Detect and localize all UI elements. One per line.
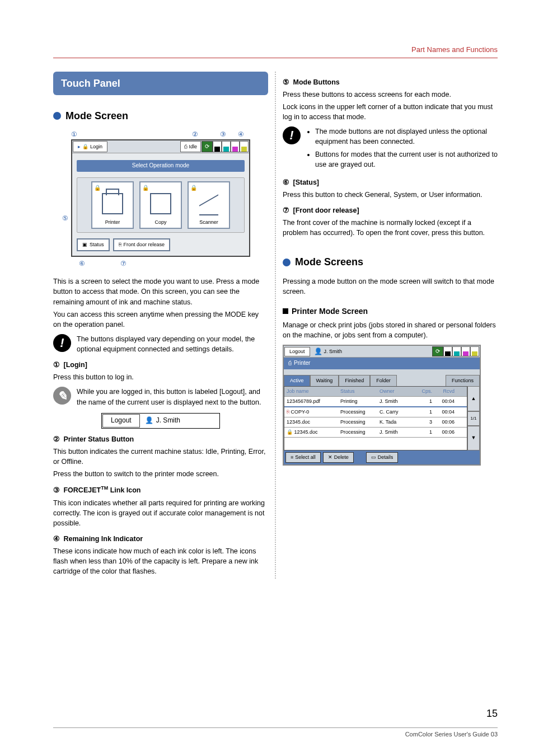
tab-active[interactable]: Active [284, 375, 310, 386]
door-icon: ⎘ [119, 241, 121, 248]
item-6-head: ⑥ [Status] [283, 177, 498, 187]
mode-screen-figure: ⑤ ① ② ③ ④ ▸ 🔒 Login [71, 130, 250, 269]
item-7-body: The front cover of the machine is normal… [283, 218, 498, 238]
tab-folder[interactable]: Folder [370, 375, 397, 386]
lock-icon: 🔒 [142, 184, 149, 192]
close-icon: ✕ [328, 454, 332, 461]
page-icon: ▭ [371, 454, 376, 461]
copy-mode-button[interactable]: 🔒 Copy [139, 181, 182, 229]
intro-para-2: You can access this screen anytime when … [53, 309, 268, 330]
user-icon: 👤 [145, 416, 153, 425]
note-model-dependent: ! The buttons displayed vary depending o… [53, 334, 268, 354]
tab-waiting[interactable]: Waiting [310, 375, 339, 386]
tip-logout: ✎ While you are logged in, this button i… [53, 387, 268, 407]
intro-para-1: This is a screen to select the mode you … [53, 276, 268, 307]
item-5-body-1: Press these buttons to access screens fo… [283, 90, 498, 100]
login-button[interactable]: ▸ 🔒 Login [73, 141, 107, 152]
item-4-body: These icons indicate how much of each in… [53, 546, 268, 576]
page-indicator: 1/1 [467, 411, 480, 426]
item-6-body: Press this button to check General, Syst… [283, 190, 498, 200]
printer-status-button[interactable]: ⎙ Idle [180, 141, 201, 152]
list-icon: ≡ [291, 454, 293, 461]
lock-icon: 🔒 [190, 184, 197, 192]
arrow-icon: ▸ [78, 143, 81, 151]
table-row[interactable]: 123456789.pdfPrintingJ. Smith100:04 [284, 397, 467, 407]
item-3-body: This icon indicates whether all parts re… [53, 498, 268, 528]
scroll-up-button[interactable]: ▲ [467, 386, 480, 411]
scanner-icon [199, 195, 218, 214]
user-icon: 👤 [314, 347, 322, 356]
caution-icon: ! [283, 126, 301, 144]
forcejet-link-icon: ⟳ [432, 346, 443, 356]
mode-screen-heading: Mode Screen [53, 109, 268, 123]
caution-icon: ! [53, 334, 71, 352]
lock-icon: 🔒 [82, 143, 88, 151]
table-row[interactable]: 12345.docProcessingK. Tada300:06 [284, 417, 467, 428]
ink-indicator [443, 346, 479, 356]
table-row[interactable]: 🔒 12345.docProcessingJ. Smith100:06 [284, 428, 467, 438]
page-number: 15 [486, 706, 498, 721]
ink-indicator [213, 141, 249, 152]
printer-mode-figure: Logout 👤 J. Smith ⟳ ⎙ [283, 345, 481, 466]
scroll-down-button[interactable]: ▼ [467, 426, 480, 451]
item-3-head: ③ FORCEJETTM Link Icon [53, 485, 268, 495]
item-5-head: ⑤ Mode Buttons [283, 77, 498, 87]
details-button[interactable]: ▭ Details [366, 452, 399, 463]
item-5-body-2: Lock icons in the upper left corner of a… [283, 102, 498, 122]
current-user: 👤 J. Smith [311, 347, 346, 356]
delete-button[interactable]: ✕ Delete [323, 452, 354, 463]
tab-functions[interactable]: Functions [446, 375, 480, 386]
table-row[interactable]: ⎘ COPY-0ProcessingC. Carry100:04 [284, 407, 467, 417]
item-2-body-2: Press the button to switch to the printe… [53, 469, 268, 479]
select-mode-title: Select Operation mode [77, 160, 245, 172]
tab-finished[interactable]: Finished [339, 375, 370, 386]
mode-screens-heading: Mode Screens [283, 255, 498, 269]
touch-panel-heading: Touch Panel [53, 72, 268, 95]
printer-mode-body: Manage or check print jobs (jobs stored … [283, 320, 498, 340]
logout-sample: Logout 👤 J. Smith [101, 413, 220, 429]
select-all-button[interactable]: ≡ Select all [285, 452, 321, 463]
item-1-head: ① [Login] [53, 360, 268, 370]
lock-icon: 🔒 [94, 184, 101, 192]
status-button[interactable]: ▣ Status [77, 238, 110, 251]
scanner-mode-button[interactable]: 🔒 Scanner [188, 181, 230, 229]
square-icon [283, 308, 288, 314]
printer-mode-heading: Printer Mode Screen [283, 306, 498, 317]
printer-mode-button[interactable]: 🔒 Printer [91, 181, 134, 229]
status-icon: ▣ [82, 241, 87, 248]
bullet-icon [53, 112, 61, 120]
copy-icon: ⎘ [287, 409, 289, 415]
forcejet-link-icon: ⟳ [202, 141, 213, 152]
logout-button[interactable]: Logout [284, 347, 310, 356]
item-2-head: ② Printer Status Button [53, 434, 268, 444]
footer-text: ComColor Series User's Guide 03 [53, 727, 498, 739]
tip-icon: ✎ [53, 387, 71, 405]
printer-icon: ⎙ [184, 143, 187, 151]
printer-icon [102, 193, 123, 214]
front-door-release-button[interactable]: ⎘ Front door release [113, 238, 171, 251]
current-user: 👤 J. Smith [140, 414, 180, 428]
item-1-body: Press this button to log in. [53, 372, 268, 382]
item-2-body-1: This button indicates the current machin… [53, 447, 268, 467]
table-head: Job name Status Owner Cps. Rcvd [284, 387, 467, 397]
note-mode-buttons: ! The mode buttons are not displayed unl… [283, 126, 498, 172]
item-4-head: ④ Remaining Ink Indicator [53, 534, 268, 544]
copy-icon [150, 193, 171, 214]
printer-title: ⎙ Printer [284, 358, 480, 369]
mode-screens-body: Pressing a mode button on the mode scree… [283, 276, 498, 297]
logout-button[interactable]: Logout [102, 414, 140, 428]
bullet-icon [283, 259, 291, 266]
header-section: Part Names and Functions [53, 45, 498, 58]
item-7-head: ⑦ [Front door release] [283, 205, 498, 215]
lock-icon: 🔒 [287, 429, 293, 435]
printer-icon: ⎙ [288, 359, 292, 368]
